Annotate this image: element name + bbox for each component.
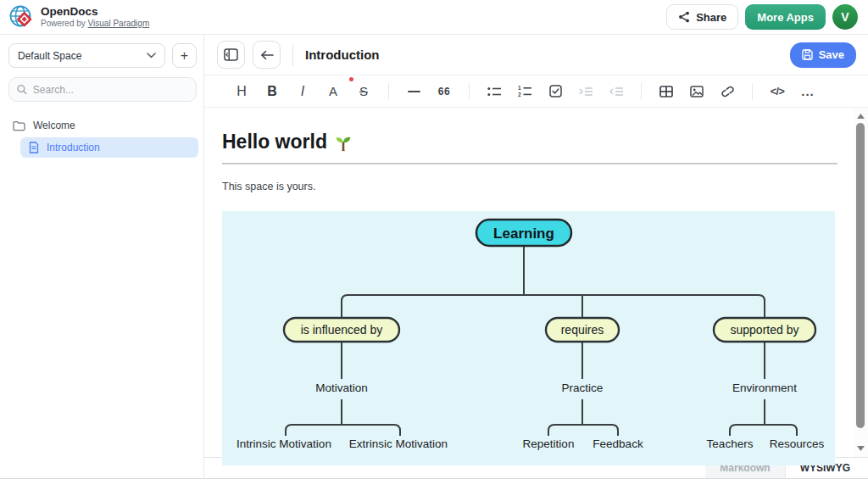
vertical-scrollbar[interactable] xyxy=(854,108,868,457)
back-button[interactable] xyxy=(253,41,281,69)
insert-link-button[interactable] xyxy=(712,79,743,104)
user-avatar[interactable]: V xyxy=(832,4,858,30)
indent-icon xyxy=(579,86,593,97)
doc-heading-text: Hello world xyxy=(222,131,327,153)
top-header: OpenDocs Powered by Visual Paradigm Shar… xyxy=(0,0,868,35)
diagram-concept-label[interactable]: Motivation xyxy=(315,382,368,394)
heading-button[interactable]: H xyxy=(226,79,257,104)
diagram-relation-label: is influenced by xyxy=(301,323,383,337)
editor-content[interactable]: Hello world This space is yours. xyxy=(204,108,854,457)
panel-toggle-icon xyxy=(224,48,238,61)
body-row: Default Space + W xyxy=(0,35,868,478)
powered-by: Powered by Visual Paradigm xyxy=(41,19,149,28)
diagram-leaf-label[interactable]: Teachers xyxy=(707,437,754,450)
save-label: Save xyxy=(819,48,844,61)
powered-by-prefix: Powered by xyxy=(41,19,88,28)
toolbar-divider xyxy=(752,83,753,100)
opendocs-app: OpenDocs Powered by Visual Paradigm Shar… xyxy=(0,0,868,479)
page-tree: Welcome Introduction xyxy=(0,115,203,158)
toolbar-divider xyxy=(469,83,470,100)
share-icon xyxy=(678,11,690,23)
plus-icon: + xyxy=(181,48,188,64)
share-button[interactable]: Share xyxy=(666,4,738,30)
insert-table-button[interactable] xyxy=(651,79,682,104)
tree-item-label: Introduction xyxy=(47,142,100,153)
triangle-up-icon xyxy=(857,114,865,119)
new-page-button[interactable]: + xyxy=(172,43,197,68)
diagram-node-relation[interactable]: is influenced by xyxy=(284,318,399,342)
diagram-leaf-label[interactable]: Resources xyxy=(770,437,825,450)
numbered-list-icon: 1 2 xyxy=(518,86,531,97)
tree-item-welcome[interactable]: Welcome xyxy=(0,115,203,136)
search-input[interactable] xyxy=(33,84,188,96)
indent-button[interactable] xyxy=(570,79,601,104)
diagram-leaf-label[interactable]: Repetition xyxy=(523,437,575,450)
code-block-button[interactable]: </> xyxy=(762,79,793,104)
space-selector-value: Default Space xyxy=(18,50,147,62)
tree-item-label: Welcome xyxy=(33,120,75,131)
blockquote-button[interactable]: 66 xyxy=(429,79,459,104)
checkbox-icon xyxy=(549,85,562,97)
scrollbar-thumb[interactable] xyxy=(856,123,865,428)
opendocs-logo-icon xyxy=(8,4,34,30)
more-options-button[interactable]: ... xyxy=(793,79,823,104)
app-title: OpenDocs xyxy=(41,6,149,19)
diagram-concept-label[interactable]: Environment xyxy=(732,382,797,394)
bullet-list-button[interactable] xyxy=(479,79,509,104)
formatting-toolbar: H B I A S 66 1 2 xyxy=(204,75,868,108)
tree-item-introduction[interactable]: Introduction xyxy=(20,137,198,158)
diagram-node-root[interactable]: Learning xyxy=(476,220,571,246)
toolbar-divider xyxy=(388,83,389,100)
scrollbar-up-arrow[interactable] xyxy=(854,109,868,123)
page-title: Introduction xyxy=(305,47,379,62)
svg-text:1: 1 xyxy=(518,86,521,91)
concept-map-diagram[interactable]: Learning is influenced by requires xyxy=(222,211,835,465)
italic-button[interactable]: I xyxy=(287,79,318,104)
diagram-leaf-label[interactable]: Extrinsic Motivation xyxy=(349,437,448,450)
doc-header: Introduction Save xyxy=(204,35,868,75)
editor-area: Hello world This space is yours. xyxy=(204,108,868,457)
numbered-list-button[interactable]: 1 2 xyxy=(509,79,540,104)
diagram-leaf-label[interactable]: Feedback xyxy=(593,437,643,450)
seedling-emoji-icon xyxy=(334,133,353,152)
outdent-button[interactable] xyxy=(601,79,632,104)
text-color-button[interactable]: A xyxy=(318,79,348,104)
diagram-leaf-label[interactable]: Intrinsic Motivation xyxy=(236,437,331,450)
more-apps-button[interactable]: More Apps xyxy=(745,4,826,30)
outdent-icon xyxy=(609,86,623,97)
toggle-sidebar-button[interactable] xyxy=(217,41,245,69)
header-divider xyxy=(292,44,293,66)
strikethrough-button[interactable]: S xyxy=(348,79,379,104)
scrollbar-down-arrow[interactable] xyxy=(854,442,868,455)
image-icon xyxy=(690,86,704,97)
bold-button[interactable]: B xyxy=(257,79,287,104)
more-apps-label: More Apps xyxy=(757,11,814,24)
visual-paradigm-link[interactable]: Visual Paradigm xyxy=(88,19,150,28)
toolbar-divider xyxy=(641,83,642,100)
header-actions: Share More Apps V xyxy=(666,4,858,30)
diagram-concept-label[interactable]: Practice xyxy=(562,382,604,394)
avatar-initial: V xyxy=(841,10,849,24)
share-label: Share xyxy=(696,11,726,24)
concept-map-svg: Learning is influenced by requires xyxy=(222,211,835,465)
doc-paragraph: This space is yours. xyxy=(222,181,837,192)
diagram-root-label: Learning xyxy=(493,226,554,242)
diagram-node-relation[interactable]: supported by xyxy=(714,318,815,342)
bullet-list-icon xyxy=(487,86,501,97)
save-button[interactable]: Save xyxy=(790,42,856,68)
diagram-node-relation[interactable]: requires xyxy=(546,318,619,342)
diagram-relation-label: supported by xyxy=(731,323,799,337)
task-list-button[interactable] xyxy=(540,79,570,104)
space-selector[interactable]: Default Space xyxy=(8,43,165,68)
save-icon xyxy=(802,49,813,60)
heading-divider xyxy=(222,163,837,164)
horizontal-rule-button[interactable] xyxy=(398,79,429,104)
sidebar: Default Space + W xyxy=(0,35,204,478)
brand-block: OpenDocs Powered by Visual Paradigm xyxy=(41,6,149,28)
space-row: Default Space + xyxy=(0,43,203,68)
search-box xyxy=(8,77,197,102)
insert-image-button[interactable] xyxy=(682,79,712,104)
svg-text:2: 2 xyxy=(518,92,521,97)
table-icon xyxy=(659,86,673,97)
arrow-left-icon xyxy=(260,50,274,60)
